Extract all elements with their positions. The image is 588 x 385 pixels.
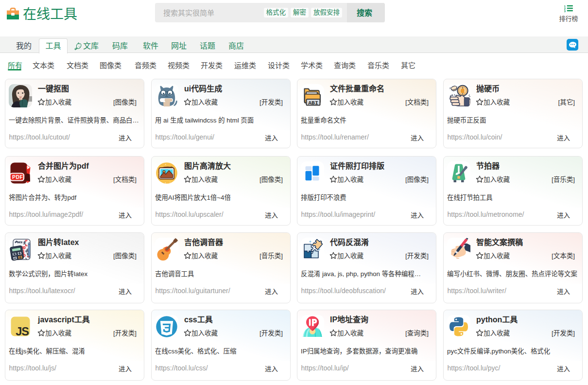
svg-text:PDF: PDF bbox=[12, 174, 23, 180]
svg-text:ABI: ABI bbox=[308, 100, 318, 106]
svg-text:3: 3 bbox=[564, 9, 566, 12]
svg-text:JS: JS bbox=[16, 325, 29, 338]
